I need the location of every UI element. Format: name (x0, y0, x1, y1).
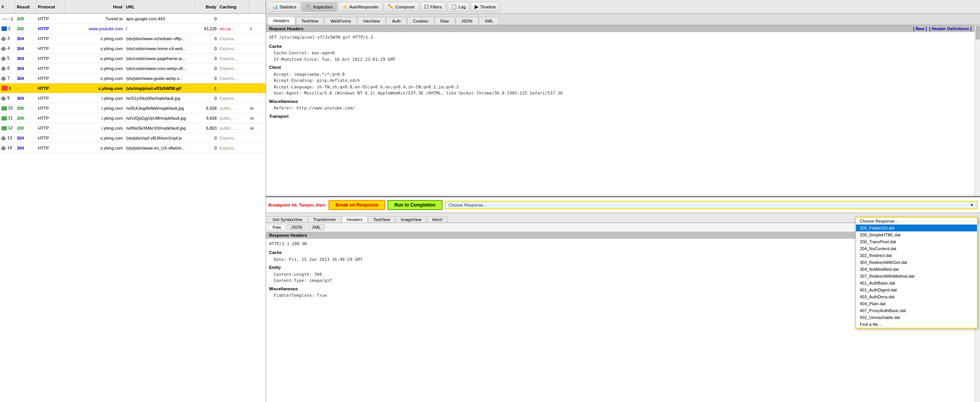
run-to-completion-button[interactable]: Run to Completion (387, 200, 442, 210)
row-protocol: HTTP (36, 16, 65, 21)
timeline-button[interactable]: ▶ Timeline (470, 2, 500, 12)
tab-json[interactable]: JSON (456, 17, 478, 25)
row-result: 304 (15, 146, 36, 150)
table-row[interactable]: 2 200 HTTP www.youtube.com / 43,228 no-c… (0, 24, 266, 34)
row-host: www.youtube.com (65, 26, 124, 31)
inspectors-button[interactable]: 🔧 Inspectors (301, 2, 337, 12)
row-host: i.ytimg.com (65, 106, 124, 111)
log-button[interactable]: 📋 Log (447, 2, 470, 12)
dropdown-item[interactable]: 200_SimpleHTML.dat (856, 231, 977, 238)
row-num: 7 (0, 76, 15, 80)
table-row[interactable]: 12 200 HTTP i.ytimg.com /vi/8bo5kXMAcV0/… (0, 123, 266, 133)
composer-button[interactable]: ✏️ Composer (384, 2, 419, 12)
autoresponder-icon: ⚡ (342, 4, 348, 10)
dropdown-item[interactable]: 302_Redirect.dat (856, 252, 977, 259)
tab-xml[interactable]: XML (479, 17, 499, 25)
table-row[interactable]: 3 304 HTTP s.ytimg.com /yts/jsbin/www-sc… (0, 34, 266, 44)
request-headers-titlebar: Request Headers [ Raw ] [ Header Definit… (266, 25, 975, 32)
row-extra: in (249, 106, 266, 111)
tab-raw[interactable]: Raw (435, 17, 455, 25)
tab-auth[interactable]: Auth (386, 17, 407, 25)
dropdown-item[interactable]: 200_TransPixel.dat (856, 238, 977, 245)
dropdown-item[interactable]: 303_RedirectWithGet.dat (856, 259, 977, 266)
table-row[interactable]: 6 304 HTTP s.ytimg.com /yts/cssbin/www-c… (0, 63, 266, 73)
sub-tab-hexv[interactable]: HexV (427, 216, 448, 223)
table-row[interactable]: 11 200 HTTP i.ytimg.com /vi/v3QpGjgVpUM/… (0, 113, 266, 123)
row-url: /vi/0UUkqpfteMA/mqdefault.jpg (124, 106, 195, 111)
row-caching: public, ... (218, 106, 249, 111)
row-protocol: HTTP (36, 76, 65, 81)
dropdown-item[interactable]: 403_AuthDeny.dat (856, 293, 977, 300)
section-title-client: Client (269, 64, 972, 71)
autoresponder-button[interactable]: ⚡ AutoResponder (338, 2, 383, 12)
raw-tab-raw[interactable]: Raw (268, 224, 285, 230)
sub-tab-textview[interactable]: TextView (368, 216, 395, 223)
raw-tab-xml[interactable]: XML (308, 224, 325, 230)
statistics-button[interactable]: 📊 Statistics (268, 2, 301, 12)
row-protocol: HTTP (36, 86, 65, 91)
request-scrollbar[interactable] (975, 25, 980, 196)
table-row[interactable]: SPDY1 200 HTTP Tunnel to apis.google.com… (0, 14, 266, 24)
arrow-icon (2, 26, 7, 31)
tab-cookies[interactable]: Cookies (407, 17, 434, 25)
col-header-result: Result (15, 0, 36, 13)
dropdown-item[interactable]: 407_ProxyAuthBasic.dat (856, 307, 977, 314)
table-row[interactable]: 13 304 HTTP s.ytimg.com /yts/jsbin/spf-v… (0, 133, 266, 143)
row-num: 13 (0, 135, 15, 140)
dropdown-item[interactable]: 307_RedirectWithMethod.dat (856, 273, 977, 280)
dropdown-item[interactable]: Choose Response… (856, 218, 977, 225)
dropdown-item[interactable]: 401_AuthDigest.dat (856, 286, 977, 293)
dropdown-item[interactable]: 404_Plain.dat (856, 300, 977, 307)
table-row[interactable]: 8 - HTTP s.ytimg.com /yts/img/pixel-vfl3… (0, 83, 266, 93)
dropdown-item[interactable]: 204_NoContent.dat (856, 245, 977, 252)
table-row[interactable]: 9 304 HTTP i.ytimg.com /vi/S1yXIlrp00w/h… (0, 93, 266, 103)
raw-tab-json[interactable]: JSON (287, 224, 306, 230)
row-host: s.ytimg.com (65, 46, 124, 51)
dropdown-item-selected[interactable]: 200_FiddlerGif.dat (856, 225, 977, 231)
composer-label: Composer (395, 5, 415, 9)
row-body: -1 (195, 86, 218, 91)
table-row[interactable]: 5 304 HTTP s.ytimg.com /yts/cssbin/www-p… (0, 54, 266, 63)
tab-webforms[interactable]: WebForms (325, 17, 357, 25)
inspectors-label: Inspectors (313, 5, 333, 9)
tab-textview[interactable]: TextView (296, 17, 324, 25)
row-host: i.ytimg.com (65, 116, 124, 120)
content-area: Request Headers [ Raw ] [ Header Definit… (266, 25, 980, 402)
dropdown-item[interactable]: 401_AuthBasic.dat (856, 280, 977, 286)
choose-response-label: Choose Response… (449, 203, 488, 207)
row-body: 0 (195, 66, 218, 71)
row-url: /yts/cssbin/www-home-c4-web... (124, 46, 195, 51)
row-result: 304 (15, 56, 36, 61)
table-row[interactable]: 4 304 HTTP s.ytimg.com /yts/cssbin/www-h… (0, 44, 266, 54)
filters-button[interactable]: ☐ Filters (420, 2, 446, 12)
section-client: Client Accept: image/webp,*/*;q=0.8 Acce… (269, 64, 972, 97)
sub-tab-syntaxview[interactable]: Get SyntaxView (268, 216, 307, 223)
dropdown-item-find-file[interactable]: Find a file… (856, 321, 977, 328)
row-num: 4 (0, 46, 15, 50)
sub-tab-transformer[interactable]: Transformer (308, 216, 341, 223)
tab-headers[interactable]: Headers (268, 16, 295, 25)
row-protocol: HTTP (36, 56, 65, 61)
header-links[interactable]: [ Raw ] [ Header Definitions ] (913, 26, 972, 31)
table-row[interactable]: 7 304 HTTP s.ytimg.com /yts/jsbin/www-gu… (0, 73, 266, 83)
sub-tab-headers[interactable]: Headers (342, 216, 368, 223)
row-body: 0 (195, 46, 218, 51)
choose-response-dropdown[interactable]: Choose Response… ▼ (445, 201, 978, 209)
row-body: 43,228 (195, 26, 218, 31)
table-row[interactable]: 14 304 HTTP s.ytimg.com /yts/jsbin/www-e… (0, 143, 266, 153)
request-line: GET /yts/img/pixel-vfl3z5WfW.gif HTTP/1.… (269, 34, 972, 41)
row-protocol: HTTP (36, 126, 65, 130)
tab-hexview[interactable]: HexView (358, 17, 385, 25)
row-url: /yts/jsbin/www-guide-webp-v... (124, 76, 195, 81)
dropdown-item[interactable]: 304_NotModified.dat (856, 266, 977, 273)
dropdown-item[interactable]: 502_Unreachable.dat (856, 314, 977, 321)
break-on-response-button[interactable]: Break on Response (328, 200, 385, 210)
row-caching: Expires... (218, 76, 249, 81)
section-title-transport: Transport (269, 113, 972, 120)
row-extra: t (249, 26, 266, 31)
table-row[interactable]: 10 200 HTTP i.ytimg.com /vi/0UUkqpfteMA/… (0, 103, 266, 113)
row-num: 6 (0, 66, 15, 70)
row-protocol: HTTP (36, 136, 65, 140)
timeline-label: Timeline (480, 5, 496, 9)
sub-tab-imageview[interactable]: ImageView (396, 216, 426, 223)
